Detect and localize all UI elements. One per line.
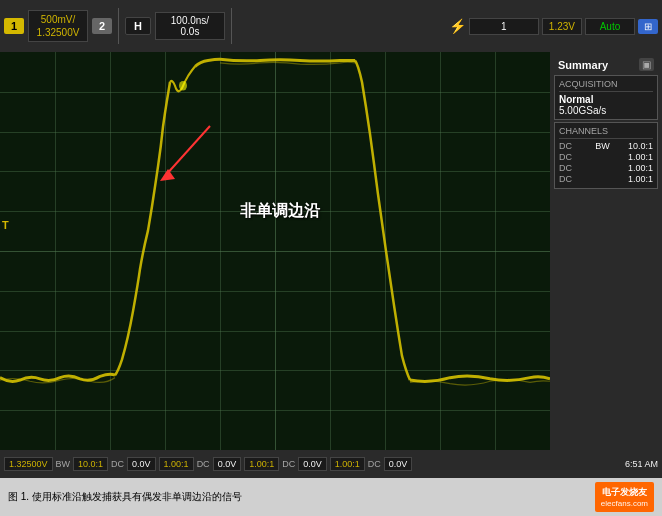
acquisition-section: Acquisition Normal 5.00GSa/s xyxy=(554,75,658,120)
summary-icon-btn[interactable]: ▣ xyxy=(639,58,654,71)
bottom-val3: 0.0V xyxy=(298,457,327,471)
acquisition-rate: 5.00GSa/s xyxy=(559,105,653,116)
trigger-volt[interactable]: 1.23V xyxy=(542,18,582,35)
ch1-ratio: 10.0:1 xyxy=(628,141,653,151)
bottom-dc1: DC xyxy=(111,459,124,469)
ch2-ratio: 1.00:1 xyxy=(628,152,653,162)
bottom-ratio4: 1.00:1 xyxy=(330,457,365,471)
trigger-section: ⚡ 1 1.23V Auto ⊞ xyxy=(449,18,658,35)
caption-area: 图 1. 使用标准沿触发捕获具有偶发非单调边沿的信号 电子发烧友 elecfan… xyxy=(0,478,662,516)
scope-screen: T 非单调边沿 xyxy=(0,52,550,450)
ch1-bw-label: BW xyxy=(595,141,610,151)
volt-div: 500mV/ xyxy=(35,13,81,26)
bottom-ratio1: 10.0:1 xyxy=(73,457,108,471)
h-button[interactable]: H xyxy=(125,17,151,35)
lightning-icon: ⚡ xyxy=(449,18,466,34)
bottom-val4: 0.0V xyxy=(384,457,413,471)
screen-icon[interactable]: ⊞ xyxy=(638,19,658,34)
toolbar-separator-1 xyxy=(118,8,119,44)
ch-row-2: DC 1.00:1 xyxy=(559,152,653,162)
bottom-val2: 0.0V xyxy=(213,457,242,471)
bottom-time: 6:51 AM xyxy=(625,459,658,469)
bottom-dc2: DC xyxy=(197,459,210,469)
channel2-button[interactable]: 2 xyxy=(92,18,112,34)
toolbar-separator-2 xyxy=(231,8,232,44)
channel1-button[interactable]: 1 xyxy=(4,18,24,34)
app-container: 1 500mV/ 1.32500V 2 H 100.0ns/ 0.0s ⚡ 1 … xyxy=(0,0,662,516)
right-panel: Summary ▣ Acquisition Normal 5.00GSa/s C… xyxy=(550,52,662,450)
trigger-marker: T xyxy=(2,219,9,231)
bottom-ratio2: 1.00:1 xyxy=(159,457,194,471)
ch1-dc-label: DC xyxy=(559,141,577,151)
ch-row-1: DC BW 10.0:1 xyxy=(559,141,653,151)
channels-section: Channels DC BW 10.0:1 DC 1.00:1 DC 1.00:… xyxy=(554,122,658,189)
ch4-ratio: 1.00:1 xyxy=(628,174,653,184)
bottom-ratio3: 1.00:1 xyxy=(244,457,279,471)
bottom-toolbar: 1.32500V BW 10.0:1 DC 0.0V 1.00:1 DC 0.0… xyxy=(0,450,662,478)
ch-row-3: DC 1.00:1 xyxy=(559,163,653,173)
ch2-dc-label: DC xyxy=(559,152,577,162)
annotation-arrow-svg xyxy=(140,121,240,201)
summary-label: Summary xyxy=(558,59,608,71)
auto-status: Auto xyxy=(585,18,635,35)
bottom-volt: 1.32500V xyxy=(4,457,53,471)
svg-marker-2 xyxy=(160,169,175,181)
logo-line1: 电子发烧友 xyxy=(601,486,648,499)
waveform-svg xyxy=(0,52,550,450)
channels-title: Channels xyxy=(559,126,653,139)
logo-line2: elecfans.com xyxy=(601,499,648,508)
ch3-dc-label: DC xyxy=(559,163,577,173)
ch1-volt-settings[interactable]: 500mV/ 1.32500V xyxy=(28,10,88,42)
trigger-num[interactable]: 1 xyxy=(469,18,539,35)
bottom-dc4: DC xyxy=(368,459,381,469)
top-toolbar: 1 500mV/ 1.32500V 2 H 100.0ns/ 0.0s ⚡ 1 … xyxy=(0,0,662,52)
caption-text: 图 1. 使用标准沿触发捕获具有偶发非单调边沿的信号 xyxy=(8,490,595,504)
bottom-bw: BW xyxy=(56,459,71,469)
svg-point-0 xyxy=(179,81,187,91)
acquisition-mode: Normal xyxy=(559,94,653,105)
time-settings[interactable]: 100.0ns/ 0.0s xyxy=(155,12,225,40)
ch3-ratio: 1.00:1 xyxy=(628,163,653,173)
logo-box: 电子发烧友 elecfans.com xyxy=(595,482,654,512)
summary-header: Summary ▣ xyxy=(554,56,658,73)
ch-row-4: DC 1.00:1 xyxy=(559,174,653,184)
time-div: 100.0ns/ xyxy=(162,15,218,26)
annotation-text: 非单调边沿 xyxy=(240,201,320,222)
bottom-dc3: DC xyxy=(282,459,295,469)
acquisition-title: Acquisition xyxy=(559,79,653,92)
volt-offset: 1.32500V xyxy=(35,26,81,39)
time-offset: 0.0s xyxy=(162,26,218,37)
ch4-dc-label: DC xyxy=(559,174,577,184)
main-content: T 非单调边沿 Summary ▣ Acquisition Normal 5.0… xyxy=(0,52,662,450)
svg-line-1 xyxy=(165,126,210,176)
bottom-val1: 0.0V xyxy=(127,457,156,471)
